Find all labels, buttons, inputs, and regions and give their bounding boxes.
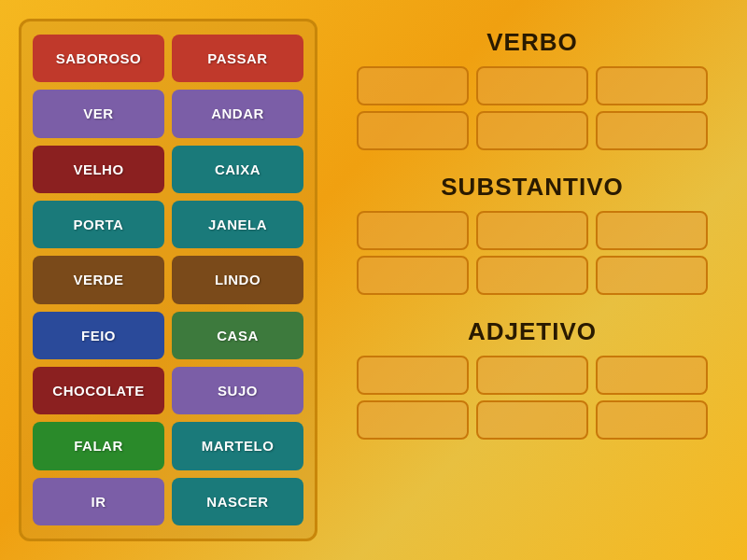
category-title-substantivo: SUBSTANTIVO <box>345 173 719 202</box>
category-title-adjetivo: ADJETIVO <box>345 317 719 346</box>
category-title-verbo: VERBO <box>345 28 719 57</box>
category-panel: VERBOSUBSTANTIVOADJETIVO <box>336 19 728 541</box>
drop-box[interactable] <box>596 111 708 150</box>
drop-box[interactable] <box>596 356 708 395</box>
drop-box[interactable] <box>357 111 469 150</box>
word-btn-ver[interactable]: VER <box>33 90 164 137</box>
word-btn-porta[interactable]: PORTA <box>33 201 164 248</box>
drop-box[interactable] <box>596 66 708 105</box>
word-btn-saboroso[interactable]: SABOROSO <box>33 35 164 82</box>
drop-box[interactable] <box>476 211 588 250</box>
drop-row <box>345 66 719 105</box>
word-btn-janela[interactable]: JANELA <box>172 201 303 248</box>
word-btn-verde[interactable]: VERDE <box>33 256 164 303</box>
word-btn-passar[interactable]: PASSAR <box>172 35 303 82</box>
word-btn-velho[interactable]: VELHO <box>33 146 164 193</box>
drop-box[interactable] <box>476 356 588 395</box>
drop-row <box>345 256 719 295</box>
drop-row <box>345 356 719 395</box>
word-btn-feio[interactable]: FEIO <box>33 312 164 359</box>
drop-box[interactable] <box>596 400 708 440</box>
drop-box[interactable] <box>476 256 588 295</box>
drop-box[interactable] <box>357 211 469 250</box>
word-btn-falar[interactable]: FALAR <box>33 422 164 469</box>
drop-box[interactable] <box>357 256 469 295</box>
category-section-substantivo: SUBSTANTIVO <box>345 173 719 295</box>
drop-box[interactable] <box>596 211 708 250</box>
drop-box[interactable] <box>357 400 469 440</box>
category-section-adjetivo: ADJETIVO <box>345 317 719 440</box>
main-container: SABOROSOPASSARVERANDARVELHOCAIXAPORTAJAN… <box>0 0 747 560</box>
drop-row <box>345 211 719 250</box>
word-btn-sujo[interactable]: SUJO <box>172 367 303 414</box>
word-panel: SABOROSOPASSARVERANDARVELHOCAIXAPORTAJAN… <box>19 19 317 541</box>
section-separator <box>345 160 719 163</box>
drop-box[interactable] <box>476 66 588 105</box>
word-btn-lindo[interactable]: LINDO <box>172 256 303 303</box>
drop-box[interactable] <box>596 256 708 295</box>
drop-box[interactable] <box>476 400 588 440</box>
drop-box[interactable] <box>357 356 469 395</box>
drop-row <box>345 111 719 150</box>
drop-row <box>345 400 719 440</box>
word-btn-andar[interactable]: ANDAR <box>172 90 303 137</box>
word-btn-casa[interactable]: CASA <box>172 312 303 359</box>
drop-box[interactable] <box>357 66 469 105</box>
word-btn-martelo[interactable]: MARTELO <box>172 422 303 469</box>
drop-box[interactable] <box>476 111 588 150</box>
word-btn-caixa[interactable]: CAIXA <box>172 146 303 193</box>
section-separator <box>345 304 719 308</box>
word-btn-chocolate[interactable]: CHOCOLATE <box>33 367 164 414</box>
word-btn-nascer[interactable]: NASCER <box>172 478 303 525</box>
category-section-verbo: VERBO <box>345 28 719 150</box>
word-btn-ir[interactable]: IR <box>33 478 164 525</box>
